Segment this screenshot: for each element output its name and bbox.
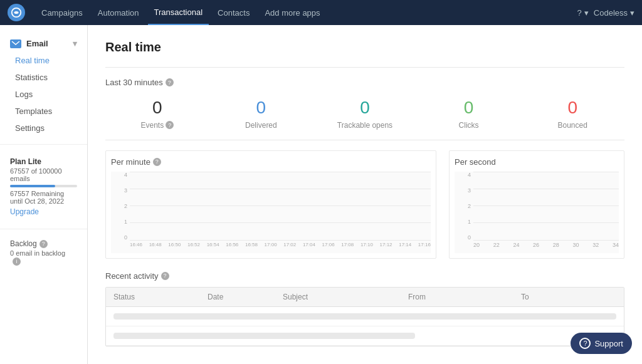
- sidebar-divider: [0, 144, 87, 145]
- sidebar-item-logs[interactable]: Logs: [0, 86, 87, 103]
- last30-label: Last 30 minutes ?: [105, 78, 624, 87]
- col-to: To: [521, 293, 616, 301]
- recent-activity-section: Recent activity ? Status Date Subject Fr…: [105, 271, 624, 346]
- plan-remaining: 67557 Remaining until Oct 28, 2022: [10, 190, 77, 205]
- stat-opens-value: 0: [313, 97, 417, 118]
- skeleton-bar-2: [113, 333, 415, 339]
- per-minute-chart-header: Per minute ?: [111, 157, 431, 167]
- sidebar-email-group[interactable]: Email ▾: [0, 35, 87, 52]
- charts-row: Per minute ? 4 3 2 1 0: [105, 150, 624, 259]
- sidebar-chevron-icon: ▾: [73, 39, 77, 48]
- table-header: Status Date Subject From To: [106, 288, 624, 307]
- email-icon: [10, 39, 21, 48]
- skeleton-bar-1: [113, 313, 616, 320]
- stat-clicks: 0 Clicks: [417, 97, 521, 130]
- stat-bounced-label: Bounced: [520, 121, 624, 130]
- per-minute-x-labels: 16:46 16:48 16:50 16:52 16:54 16:56 16:5…: [111, 242, 431, 247]
- sidebar-email-label: Email: [26, 39, 48, 48]
- plan-section: Plan Lite 67557 of 100000 emails 67557 R…: [0, 150, 87, 224]
- stat-opens: 0 Trackable opens: [313, 97, 417, 130]
- stat-clicks-value: 0: [417, 97, 521, 118]
- backlog-section: Backlog ? 0 email in backlog i: [0, 234, 87, 271]
- per-minute-chart: Per minute ? 4 3 2 1 0: [105, 150, 436, 259]
- per-second-chart: Per second 4 3 2 1 0: [449, 150, 624, 259]
- app-layout: Email ▾ Real time Statistics Logs Templa…: [0, 25, 642, 364]
- help-button[interactable]: ? ▾: [577, 8, 589, 18]
- stat-delivered-label: Delivered: [209, 121, 313, 130]
- sidebar-item-statistics[interactable]: Statistics: [0, 69, 87, 86]
- backlog-info-icon[interactable]: ?: [39, 240, 48, 248]
- col-subject: Subject: [283, 293, 408, 301]
- stat-opens-label: Trackable opens: [313, 121, 417, 130]
- per-second-x-labels: 20 22 24 26 28 30 32 34: [455, 242, 619, 248]
- stat-events: 0 Events ?: [105, 97, 209, 130]
- stat-delivered-value: 0: [209, 97, 313, 118]
- upgrade-link[interactable]: Upgrade: [10, 207, 77, 216]
- support-icon: ?: [579, 338, 591, 349]
- per-minute-info-icon[interactable]: ?: [153, 158, 161, 166]
- support-button[interactable]: ? Support: [571, 333, 632, 354]
- per-second-chart-area: 4 3 2 1 0: [455, 172, 619, 253]
- backlog-count-info-icon[interactable]: i: [13, 257, 21, 266]
- backlog-label: Backlog ?: [10, 239, 77, 248]
- sidebar-divider-2: [0, 229, 87, 229]
- last30-info-icon[interactable]: ?: [166, 78, 174, 86]
- activity-table: Status Date Subject From To: [105, 287, 624, 346]
- top-navigation: Campaigns Automation Transactional Conta…: [0, 0, 642, 25]
- stat-bounced: 0 Bounced: [520, 97, 624, 130]
- backlog-count: 0 email in backlog i: [10, 249, 77, 266]
- col-from: From: [408, 293, 521, 301]
- col-date: Date: [208, 293, 283, 301]
- nav-campaigns[interactable]: Campaigns: [35, 0, 89, 25]
- account-button[interactable]: Codeless ▾: [594, 8, 634, 18]
- plan-title: Plan Lite: [10, 157, 77, 166]
- plan-emails: 67557 of 100000 emails: [10, 167, 77, 182]
- events-info-icon[interactable]: ?: [166, 121, 174, 129]
- per-second-chart-header: Per second: [455, 157, 619, 167]
- section-divider-mid: [105, 140, 624, 140]
- sidebar-item-realtime[interactable]: Real time: [0, 52, 87, 69]
- support-label: Support: [594, 339, 623, 348]
- sidebar-item-settings[interactable]: Settings: [0, 120, 87, 137]
- stat-events-label: Events ?: [105, 121, 209, 130]
- app-logo[interactable]: [8, 4, 25, 21]
- stats-row: 0 Events ? 0 Delivered 0 Trackable opens…: [105, 97, 624, 130]
- stat-events-value: 0: [105, 97, 209, 118]
- recent-activity-info-icon[interactable]: ?: [161, 272, 169, 280]
- nav-add-apps[interactable]: Add more apps: [258, 0, 326, 25]
- sidebar-item-templates[interactable]: Templates: [0, 103, 87, 120]
- per-minute-chart-area: 4 3 2 1 0: [111, 172, 431, 253]
- nav-contacts[interactable]: Contacts: [211, 0, 256, 25]
- plan-progress-bar-fill: [10, 185, 55, 187]
- nav-automation[interactable]: Automation: [92, 0, 145, 25]
- main-content: Real time Last 30 minutes ? 0 Events ? 0…: [88, 25, 642, 364]
- stat-clicks-label: Clicks: [417, 121, 521, 130]
- table-row-skeleton-2: [106, 326, 624, 346]
- stat-bounced-value: 0: [520, 97, 624, 118]
- stat-delivered: 0 Delivered: [209, 97, 313, 130]
- table-row-skeleton-1: [106, 307, 624, 326]
- page-title: Real time: [105, 40, 624, 55]
- plan-progress-bar-bg: [10, 185, 77, 187]
- sidebar: Email ▾ Real time Statistics Logs Templa…: [0, 25, 88, 364]
- section-divider-top: [105, 67, 624, 68]
- nav-transactional[interactable]: Transactional: [148, 0, 209, 25]
- recent-activity-title: Recent activity ?: [105, 271, 624, 281]
- col-status: Status: [113, 293, 208, 301]
